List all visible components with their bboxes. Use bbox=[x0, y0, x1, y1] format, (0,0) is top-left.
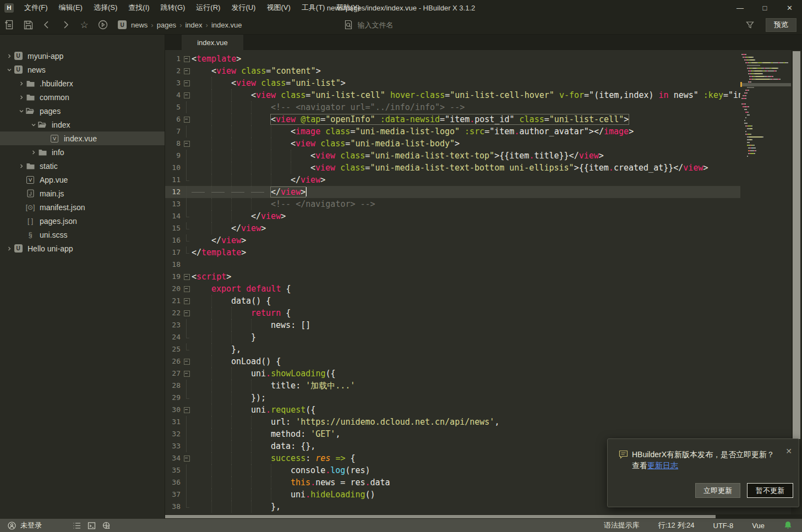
encoding[interactable]: UTF-8 bbox=[713, 522, 734, 530]
maximize-button[interactable]: □ bbox=[752, 0, 777, 15]
menu-item-4[interactable]: 跳转(G) bbox=[155, 0, 191, 15]
cursor-position[interactable]: 行:12 列:24 bbox=[658, 520, 695, 530]
star-icon[interactable]: ☆ bbox=[75, 18, 94, 32]
web-icon[interactable] bbox=[102, 522, 111, 530]
chevron-right-icon[interactable] bbox=[18, 94, 25, 101]
code-line-5[interactable]: 5<!-- <navigator url="../info/info"> --> bbox=[165, 101, 740, 113]
chevron-right-icon[interactable] bbox=[6, 245, 13, 253]
fold-toggle-icon[interactable] bbox=[183, 271, 192, 283]
close-notification-icon[interactable]: ✕ bbox=[785, 447, 792, 456]
new-file-icon[interactable] bbox=[0, 18, 19, 32]
breadcrumb-root-icon[interactable]: U bbox=[118, 20, 127, 29]
code-line-26[interactable]: 26onLoad() { bbox=[165, 355, 740, 368]
code-line-15[interactable]: 15</view> bbox=[165, 222, 740, 234]
chevron-right-icon[interactable] bbox=[6, 52, 13, 60]
code-line-1[interactable]: 1<template> bbox=[165, 53, 740, 65]
menu-item-6[interactable]: 发行(U) bbox=[226, 0, 261, 15]
breadcrumb-item-1[interactable]: pages bbox=[155, 21, 178, 29]
menu-item-8[interactable]: 工具(T) bbox=[296, 0, 331, 15]
breadcrumb-item-0[interactable]: news bbox=[129, 21, 150, 29]
code-line-4[interactable]: 4<view class="uni-list-cell" hover-class… bbox=[165, 89, 740, 101]
tree-item-uni-scss[interactable]: §uni.scss bbox=[0, 228, 165, 242]
menu-item-3[interactable]: 查找(I) bbox=[123, 0, 155, 15]
chevron-down-icon[interactable] bbox=[30, 121, 37, 129]
back-icon[interactable] bbox=[37, 18, 56, 32]
fold-toggle-icon[interactable] bbox=[183, 368, 192, 380]
outline-icon[interactable] bbox=[73, 522, 81, 530]
fold-toggle-icon[interactable] bbox=[183, 65, 192, 77]
code-line-27[interactable]: 27uni.showLoading({ bbox=[165, 368, 740, 380]
tree-item-hello-uni-app[interactable]: UHello uni-app bbox=[0, 242, 165, 255]
tree-item-pages[interactable]: pages bbox=[0, 104, 165, 118]
forward-icon[interactable] bbox=[56, 18, 75, 32]
fold-toggle-icon[interactable] bbox=[183, 113, 192, 125]
fold-toggle-icon[interactable] bbox=[183, 53, 192, 65]
horizontal-scrollbar[interactable] bbox=[165, 514, 802, 519]
tree-item-index-vue[interactable]: Vindex.vue bbox=[0, 131, 165, 145]
tree-item-common[interactable]: common bbox=[0, 90, 165, 104]
tree-item-app-vue[interactable]: VApp.vue bbox=[0, 173, 165, 187]
tree-item-static[interactable]: static bbox=[0, 159, 165, 173]
code-line-13[interactable]: 13<!-- </navigator> --> bbox=[165, 198, 740, 210]
horizontal-scrollbar-thumb[interactable] bbox=[165, 515, 716, 518]
fold-toggle-icon[interactable] bbox=[183, 355, 192, 368]
code-line-20[interactable]: 20export default { bbox=[165, 283, 740, 295]
code-line-31[interactable]: 31url: 'https://unidemo.dcloud.net.cn/ap… bbox=[165, 416, 740, 428]
tree-item-manifest-json[interactable]: [⊙]manifest.json bbox=[0, 200, 165, 214]
menu-item-5[interactable]: 运行(R) bbox=[190, 0, 226, 15]
close-button[interactable]: ✕ bbox=[777, 0, 802, 15]
search-input[interactable] bbox=[358, 21, 655, 29]
code-line-29[interactable]: 29}); bbox=[165, 392, 740, 404]
terminal-icon[interactable] bbox=[88, 522, 96, 530]
code-line-22[interactable]: 22return { bbox=[165, 307, 740, 319]
code-line-23[interactable]: 23news: [] bbox=[165, 319, 740, 331]
code-line-14[interactable]: 14</view> bbox=[165, 210, 740, 222]
update-now-button[interactable]: 立即更新 bbox=[695, 483, 740, 498]
menu-item-0[interactable]: 文件(F) bbox=[19, 0, 53, 15]
code-line-24[interactable]: 24} bbox=[165, 331, 740, 343]
code-line-8[interactable]: 8<view class="uni-media-list-body"> bbox=[165, 138, 740, 150]
tab-index-vue[interactable]: index.vue bbox=[182, 35, 243, 50]
minimize-button[interactable]: — bbox=[728, 0, 752, 15]
fold-toggle-icon[interactable] bbox=[183, 295, 192, 307]
tree-item-myuni-app[interactable]: Umyuni-app bbox=[0, 49, 165, 63]
code-line-18[interactable]: 18 bbox=[165, 259, 740, 271]
code-line-11[interactable]: 11</view> bbox=[165, 174, 740, 186]
tree-item-main-js[interactable]: main.js bbox=[0, 187, 165, 200]
run-icon[interactable] bbox=[94, 18, 112, 32]
chevron-down-icon[interactable] bbox=[6, 66, 13, 74]
code-line-25[interactable]: 25}, bbox=[165, 343, 740, 355]
breadcrumb-item-2[interactable]: index bbox=[183, 21, 204, 29]
tree-item-index[interactable]: index bbox=[0, 118, 165, 131]
tree-item--hbuilderx[interactable]: .hbuilderx bbox=[0, 76, 165, 90]
breadcrumb-item-3[interactable]: index.vue bbox=[209, 21, 244, 29]
login-status[interactable]: 未登录 bbox=[8, 520, 42, 530]
tree-item-news[interactable]: Unews bbox=[0, 63, 165, 76]
fold-toggle-icon[interactable] bbox=[183, 404, 192, 416]
code-line-2[interactable]: 2<view class="content"> bbox=[165, 65, 740, 77]
fold-toggle-icon[interactable] bbox=[183, 283, 192, 295]
menu-item-2[interactable]: 选择(S) bbox=[88, 0, 123, 15]
menu-item-7[interactable]: 视图(V) bbox=[261, 0, 296, 15]
save-icon[interactable] bbox=[19, 18, 37, 32]
filter-icon[interactable] bbox=[740, 18, 759, 32]
code-line-9[interactable]: 9<view class="uni-media-list-text-top">{… bbox=[165, 150, 740, 162]
changelog-link[interactable]: 更新日志 bbox=[647, 461, 678, 470]
syntax-lib-label[interactable]: 语法提示库 bbox=[604, 520, 640, 530]
code-line-7[interactable]: 7<image class="uni-media-list-logo" :src… bbox=[165, 125, 740, 138]
code-line-10[interactable]: 10<view class="uni-media-list-text-botto… bbox=[165, 162, 740, 174]
code-line-12[interactable]: 12</view> bbox=[165, 186, 740, 198]
tree-item-pages-json[interactable]: [ ]pages.json bbox=[0, 214, 165, 228]
code-line-30[interactable]: 30uni.request({ bbox=[165, 404, 740, 416]
chevron-right-icon[interactable] bbox=[18, 80, 25, 87]
chevron-right-icon[interactable] bbox=[18, 162, 25, 170]
code-line-3[interactable]: 3<view class="uni-list"> bbox=[165, 77, 740, 89]
file-type[interactable]: Vue bbox=[752, 522, 765, 530]
code-line-16[interactable]: 16</view> bbox=[165, 234, 740, 246]
fold-toggle-icon[interactable] bbox=[183, 138, 192, 150]
fold-toggle-icon[interactable] bbox=[183, 89, 192, 101]
code-line-19[interactable]: 19<script> bbox=[165, 271, 740, 283]
code-line-17[interactable]: 17</template> bbox=[165, 246, 740, 259]
notification-bell-icon[interactable] bbox=[784, 521, 792, 530]
preview-button[interactable]: 预览 bbox=[766, 18, 796, 32]
